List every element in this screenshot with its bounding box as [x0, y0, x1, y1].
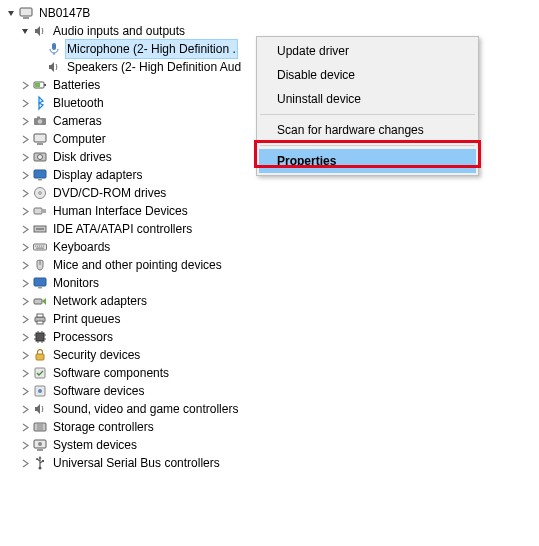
chevron-right-icon[interactable]	[18, 420, 32, 434]
menu-uninstall-device[interactable]: Uninstall device	[259, 87, 476, 111]
tree-node-label[interactable]: IDE ATA/ATAPI controllers	[51, 220, 194, 238]
tree-node-label[interactable]: Bluetooth	[51, 94, 106, 112]
context-menu: Update driver Disable device Uninstall d…	[256, 36, 479, 176]
tree-node-label[interactable]: Computer	[51, 130, 108, 148]
chevron-right-icon[interactable]	[18, 294, 32, 308]
svg-rect-52	[37, 449, 43, 451]
chevron-right-icon[interactable]	[18, 348, 32, 362]
chevron-right-icon[interactable]	[18, 384, 32, 398]
tree-node-label[interactable]: Processors	[51, 328, 115, 346]
tree-node-ide[interactable]: IDE ATA/ATAPI controllers	[4, 220, 539, 238]
chevron-right-icon[interactable]	[18, 456, 32, 470]
tree-node-security[interactable]: Security devices	[4, 346, 539, 364]
tree-node-label[interactable]: Monitors	[51, 274, 101, 292]
menu-update-driver[interactable]: Update driver	[259, 39, 476, 63]
svg-rect-5	[44, 84, 46, 86]
tree-node-label[interactable]: DVD/CD-ROM drives	[51, 184, 168, 202]
svg-point-13	[38, 155, 43, 160]
tree-node-label[interactable]: Sound, video and game controllers	[51, 400, 240, 418]
tree-node-keyboards[interactable]: Keyboards	[4, 238, 539, 256]
tree-node-label[interactable]: Software components	[51, 364, 171, 382]
chevron-right-icon[interactable]	[18, 186, 32, 200]
tree-node-label[interactable]: Audio inputs and outputs	[51, 22, 187, 40]
tree-node-label[interactable]: Cameras	[51, 112, 104, 130]
chevron-right-icon[interactable]	[18, 78, 32, 92]
svg-rect-30	[34, 278, 46, 286]
tree-node-label[interactable]: Mice and other pointing devices	[51, 256, 224, 274]
svg-rect-26	[41, 246, 42, 247]
tree-node-usb[interactable]: Universal Serial Bus controllers	[4, 454, 539, 472]
printqueues-icon	[32, 311, 48, 327]
storage-icon	[32, 419, 48, 435]
speaker-icon	[32, 23, 48, 39]
tree-node-label[interactable]: Disk drives	[51, 148, 114, 166]
computer-icon	[32, 131, 48, 147]
svg-rect-36	[36, 333, 44, 341]
tree-node-label[interactable]: Software devices	[51, 382, 146, 400]
chevron-down-icon[interactable]	[4, 6, 18, 20]
tree-node-hid[interactable]: Human Interface Devices	[4, 202, 539, 220]
chevron-right-icon[interactable]	[18, 240, 32, 254]
chevron-right-icon[interactable]	[18, 312, 32, 326]
softcomp-icon	[32, 365, 48, 381]
tree-node-label[interactable]: Universal Serial Bus controllers	[51, 454, 222, 472]
svg-rect-6	[35, 83, 40, 87]
chevron-right-icon[interactable]	[18, 96, 32, 110]
menu-properties[interactable]: Properties	[259, 149, 476, 173]
chevron-right-icon[interactable]	[18, 276, 32, 290]
hid-icon	[32, 203, 48, 219]
svg-rect-1	[23, 17, 29, 19]
tree-node-label[interactable]: Microphone (2- High Definition .	[65, 39, 238, 59]
chevron-right-icon[interactable]	[18, 402, 32, 416]
microphone-icon	[46, 41, 62, 57]
chevron-right-icon[interactable]	[18, 204, 32, 218]
chevron-right-icon[interactable]	[18, 258, 32, 272]
tree-node-label[interactable]: Storage controllers	[51, 418, 156, 436]
menu-disable-device[interactable]: Disable device	[259, 63, 476, 87]
chevron-right-icon[interactable]	[18, 366, 32, 380]
chevron-right-icon[interactable]	[18, 114, 32, 128]
tree-root-label[interactable]: NB0147B	[37, 4, 92, 22]
chevron-right-icon[interactable]	[18, 222, 32, 236]
tree-node-sound[interactable]: Sound, video and game controllers	[4, 400, 539, 418]
tree-node-printqueues[interactable]: Print queues	[4, 310, 539, 328]
bluetooth-icon	[32, 95, 48, 111]
tree-node-dvdcdrom[interactable]: DVD/CD-ROM drives	[4, 184, 539, 202]
menu-scan-hardware[interactable]: Scan for hardware changes	[259, 118, 476, 142]
svg-rect-0	[20, 8, 32, 16]
tree-node-label[interactable]: System devices	[51, 436, 139, 454]
svg-rect-9	[37, 117, 40, 119]
menu-separator	[260, 145, 475, 146]
svg-rect-27	[43, 246, 44, 247]
tree-node-label[interactable]: Keyboards	[51, 238, 112, 256]
svg-rect-34	[37, 314, 43, 317]
chevron-right-icon[interactable]	[18, 438, 32, 452]
tree-node-processors[interactable]: Processors	[4, 328, 539, 346]
tree-node-label[interactable]: Network adapters	[51, 292, 149, 310]
processors-icon	[32, 329, 48, 345]
tree-root-node[interactable]: NB0147B	[4, 4, 539, 22]
sound-icon	[32, 401, 48, 417]
sysdev-icon	[32, 437, 48, 453]
chevron-down-icon[interactable]	[18, 24, 32, 38]
tree-node-label[interactable]: Display adapters	[51, 166, 144, 184]
mice-icon	[32, 257, 48, 273]
tree-node-label[interactable]: Batteries	[51, 76, 102, 94]
tree-node-label[interactable]: Print queues	[51, 310, 122, 328]
displayadapters-icon	[32, 167, 48, 183]
tree-node-label[interactable]: Security devices	[51, 346, 142, 364]
chevron-right-icon[interactable]	[18, 330, 32, 344]
tree-node-softcomp[interactable]: Software components	[4, 364, 539, 382]
chevron-right-icon[interactable]	[18, 168, 32, 182]
tree-node-label[interactable]: Speakers (2- High Definition Aud	[65, 58, 243, 76]
tree-node-netadapters[interactable]: Network adapters	[4, 292, 539, 310]
chevron-right-icon[interactable]	[18, 132, 32, 146]
tree-node-storage[interactable]: Storage controllers	[4, 418, 539, 436]
tree-node-sysdev[interactable]: System devices	[4, 436, 539, 454]
tree-node-softdev[interactable]: Software devices	[4, 382, 539, 400]
tree-node-label[interactable]: Human Interface Devices	[51, 202, 190, 220]
tree-node-monitors[interactable]: Monitors	[4, 274, 539, 292]
chevron-right-icon[interactable]	[18, 150, 32, 164]
tree-node-mice[interactable]: Mice and other pointing devices	[4, 256, 539, 274]
svg-rect-25	[39, 246, 40, 247]
